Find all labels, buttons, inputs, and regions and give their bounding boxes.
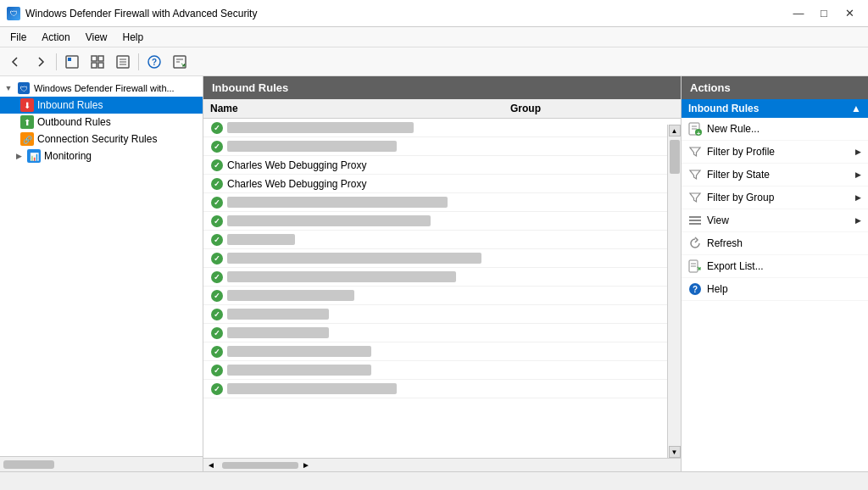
row-check-icon: ✓ — [210, 364, 224, 377]
h-scrollbar[interactable] — [222, 462, 298, 469]
inbound-icon: ⬇ — [20, 98, 34, 112]
table-row[interactable]: ✓ — [203, 342, 667, 361]
toolbar-export[interactable] — [168, 51, 192, 73]
svg-text:📊: 📊 — [30, 152, 40, 162]
table-row[interactable]: ✓ — [203, 231, 667, 249]
window-controls: — □ ✕ — [787, 5, 861, 22]
svg-text:🛡: 🛡 — [20, 85, 28, 93]
table-header: Name Group — [203, 99, 681, 119]
row-name — [227, 215, 516, 227]
action-refresh[interactable]: Refresh — [682, 232, 868, 255]
close-button[interactable]: ✕ — [837, 5, 861, 22]
row-name — [227, 271, 516, 283]
table-scroll[interactable]: ✓ ✓ ✓ — [203, 119, 681, 458]
new-rule-icon: + — [688, 122, 702, 136]
row-check-icon: ✓ — [210, 326, 224, 340]
submenu-arrow-group: ▶ — [855, 193, 861, 202]
section-collapse-icon: ▲ — [851, 103, 861, 114]
filter-state-icon — [688, 168, 702, 181]
row-check-icon: ✓ — [210, 177, 224, 191]
scroll-arrow-left[interactable]: ◄ — [207, 460, 215, 470]
toolbar-help[interactable]: ? — [142, 51, 166, 73]
toolbar: ? — [0, 47, 868, 76]
menu-view[interactable]: View — [79, 30, 114, 45]
menu-action[interactable]: Action — [35, 30, 76, 45]
menu-file[interactable]: File — [3, 30, 33, 45]
action-new-rule[interactable]: + New Rule... — [682, 118, 868, 141]
table-row[interactable]: ✓ — [203, 249, 667, 268]
scroll-arrow-right[interactable]: ► — [302, 460, 310, 470]
action-help[interactable]: ? Help — [682, 278, 868, 301]
toolbar-list[interactable] — [111, 51, 135, 73]
svg-text:+: + — [697, 130, 701, 136]
sidebar-item-outbound[interactable]: ⬆ Outbound Rules — [0, 114, 203, 131]
row-name — [227, 253, 516, 264]
col-header-group: Group — [510, 103, 660, 114]
content-scroll-x[interactable]: ◄ ► — [203, 458, 681, 471]
table-row[interactable]: ✓ — [203, 380, 667, 398]
toolbar-back[interactable] — [3, 51, 27, 73]
svg-rect-3 — [98, 56, 103, 61]
row-name — [227, 122, 516, 134]
action-filter-group[interactable]: Filter by Group ▶ — [682, 187, 868, 209]
table-row[interactable]: ✓ Charles Web Debugging Proxy — [203, 175, 667, 193]
row-name: Charles Web Debugging Proxy — [227, 159, 516, 171]
table-row[interactable]: ✓ — [203, 137, 667, 156]
row-check-icon: ✓ — [210, 121, 224, 135]
toolbar-options[interactable] — [86, 51, 109, 73]
table-row[interactable]: ✓ — [203, 361, 667, 380]
table-row[interactable]: ✓ — [203, 268, 667, 287]
sidebar-item-label-outbound: Outbound Rules — [37, 116, 111, 128]
sidebar-item-monitoring[interactable]: ▶ 📊 Monitoring — [0, 148, 203, 164]
toolbar-forward[interactable] — [29, 51, 53, 73]
v-scroll-down[interactable]: ▼ — [669, 446, 681, 458]
action-view[interactable]: View ▶ — [682, 209, 868, 232]
table-row[interactable]: ✓ — [203, 324, 667, 342]
sidebar-item-label-firewall: Windows Defender Firewall with... — [34, 83, 175, 93]
expand-monitoring-icon: ▶ — [14, 152, 24, 160]
table-row[interactable]: ✓ — [203, 287, 667, 305]
row-check-icon: ✓ — [210, 196, 224, 209]
sidebar-item-connection[interactable]: 🔗 Connection Security Rules — [0, 131, 203, 148]
toolbar-separator-2 — [138, 53, 139, 70]
export-label: Export List... — [707, 260, 764, 272]
svg-text:⬇: ⬇ — [24, 101, 31, 110]
row-name — [227, 309, 516, 320]
table-row[interactable]: ✓ — [203, 119, 667, 137]
table-row[interactable]: ✓ — [203, 212, 667, 231]
svg-text:🔗: 🔗 — [23, 135, 33, 145]
table-row[interactable]: ✓ — [203, 305, 667, 324]
sidebar-item-firewall[interactable]: ▼ 🛡 Windows Defender Firewall with... — [0, 80, 203, 97]
v-scroll-track[interactable]: ▲ ▼ — [667, 125, 681, 458]
svg-rect-5 — [98, 63, 103, 68]
filter-state-label: Filter by State — [707, 169, 770, 181]
view-label: View — [707, 214, 729, 226]
view-icon — [688, 214, 702, 227]
sidebar-scrollbar[interactable] — [3, 460, 54, 469]
menu-help[interactable]: Help — [116, 30, 151, 45]
submenu-arrow-view: ▶ — [855, 216, 861, 225]
actions-section-header[interactable]: Inbound Rules ▲ — [682, 99, 868, 118]
action-export[interactable]: Export List... — [682, 255, 868, 278]
table-row[interactable]: ✓ Charles Web Debugging Proxy — [203, 156, 667, 175]
action-filter-profile[interactable]: Filter by Profile ▶ — [682, 141, 868, 164]
actions-panel: Actions Inbound Rules ▲ + — [682, 76, 868, 471]
table-row[interactable]: ✓ — [203, 193, 667, 212]
svg-text:?: ? — [152, 58, 157, 67]
filter-group-left: Filter by Group — [688, 191, 774, 204]
app-icon: 🛡 — [7, 7, 20, 20]
svg-rect-1 — [68, 58, 71, 61]
svg-text:⬆: ⬆ — [24, 118, 31, 127]
main-layout: ▼ 🛡 Windows Defender Firewall with... ⬇ — [0, 76, 868, 471]
maximize-button[interactable]: □ — [812, 5, 836, 22]
sidebar-scroll[interactable] — [0, 456, 203, 471]
v-scroll-up[interactable]: ▲ — [669, 125, 681, 136]
row-check-icon: ✓ — [210, 308, 224, 321]
filter-profile-left: Filter by Profile — [688, 145, 775, 159]
v-scroll-thumb[interactable] — [670, 140, 680, 174]
toolbar-new-window[interactable] — [60, 51, 84, 73]
sidebar-item-inbound[interactable]: ⬇ Inbound Rules — [0, 97, 203, 114]
action-filter-state[interactable]: Filter by State ▶ — [682, 164, 868, 187]
actions-section-label: Inbound Rules — [688, 103, 759, 114]
minimize-button[interactable]: — — [787, 5, 810, 22]
